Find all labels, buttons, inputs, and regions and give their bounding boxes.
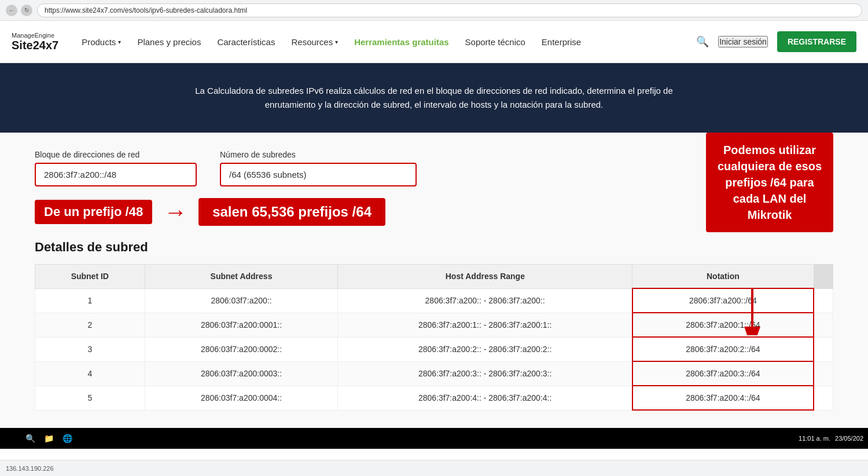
taskbar: ⊞ 🔍 📁 🌐 ✉ 11:01 a. m. 23/05/202 — [0, 428, 868, 449]
browser-chrome: ← ↻ — [0, 0, 868, 21]
cell-scroll — [814, 313, 833, 337]
chevron-down-icon-resources: ▾ — [335, 39, 338, 45]
logo-top: ManageEngine — [12, 32, 58, 39]
nav-soporte[interactable]: Soporte técnico — [465, 37, 525, 47]
cell-subnet-id: 4 — [35, 361, 145, 386]
nav-enterprise[interactable]: Enterprise — [542, 37, 581, 47]
logo-bottom: Site24x7 — [12, 39, 58, 52]
nav-items: Products ▾ Planes y precios Característi… — [82, 37, 696, 47]
network-block-input[interactable] — [35, 163, 197, 186]
cell-scroll — [814, 337, 833, 361]
subnet-table: Subnet ID Subnet Address Host Address Ra… — [35, 264, 833, 411]
taskbar-files-icon[interactable]: 📁 — [42, 431, 56, 445]
cell-subnet-address: 2806:03f7:a200:: — [145, 288, 338, 313]
cell-notation: 2806:3f7:a200:3::/64 — [632, 361, 814, 386]
cell-notation: 2806:3f7:a200:4::/64 — [632, 386, 814, 410]
nav-products[interactable]: Products ▾ — [82, 37, 121, 47]
col-subnet-address: Subnet Address — [145, 265, 338, 289]
search-icon[interactable]: 🔍 — [696, 35, 709, 48]
table-row: 52806:03f7:a200:0004::2806:3f7:a200:4:: … — [35, 386, 833, 410]
cell-scroll — [814, 386, 833, 410]
cell-subnet-address: 2806:03f7:a200:0002:: — [145, 337, 338, 361]
logo[interactable]: ManageEngine Site24x7 — [12, 32, 58, 52]
table-row: 42806:03f7:a200:0003::2806:3f7:a200:3:: … — [35, 361, 833, 386]
cell-subnet-id: 5 — [35, 386, 145, 410]
navigation-bar: ManageEngine Site24x7 Products ▾ Planes … — [0, 21, 868, 63]
cell-subnet-address: 2806:03f7:a200:0001:: — [145, 313, 338, 337]
chevron-down-icon: ▾ — [118, 39, 121, 45]
subnet-count-label: Número de subredes — [220, 150, 417, 159]
cell-host-range: 2806:3f7:a200:: - 2806:3f7:a200:: — [338, 288, 632, 313]
cell-notation: 2806:3f7:a200::/64 — [632, 288, 814, 313]
taskbar-windows-icon[interactable]: ⊞ — [5, 431, 19, 445]
table-row: 22806:03f7:a200:0001::2806:3f7:a200:1:: … — [35, 313, 833, 337]
cell-subnet-id: 1 — [35, 288, 145, 313]
network-block-group: Bloque de direcciones de red — [35, 150, 197, 186]
content-area: Podemos utilizar cualquiera de esos pref… — [35, 150, 833, 411]
taskbar-mail-icon[interactable]: ✉ — [79, 431, 93, 445]
login-button[interactable]: Iniciar sesión — [718, 36, 768, 48]
cell-host-range: 2806:3f7:a200:4:: - 2806:3f7:a200:4:: — [338, 386, 632, 410]
taskbar-search-icon[interactable]: 🔍 — [23, 431, 37, 445]
register-button[interactable]: REGISTRARSE — [777, 31, 856, 52]
nav-resources[interactable]: Resources ▾ — [291, 37, 338, 47]
nav-herramientas[interactable]: Herramientas gratuitas — [354, 37, 448, 47]
cell-host-range: 2806:3f7:a200:2:: - 2806:3f7:a200:2:: — [338, 337, 632, 361]
cell-subnet-address: 2806:03f7:a200:0004:: — [145, 386, 338, 410]
down-arrow-icon — [729, 289, 775, 335]
cell-subnet-id: 3 — [35, 337, 145, 361]
cell-host-range: 2806:3f7:a200:1:: - 2806:3f7:a200:1:: — [338, 313, 632, 337]
arrow-right-icon: → — [164, 200, 187, 224]
nav-planes[interactable]: Planes y precios — [137, 37, 201, 47]
cell-host-range: 2806:3f7:a200:3:: - 2806:3f7:a200:3:: — [338, 361, 632, 386]
cell-subnet-address: 2806:03f7:a200:0003:: — [145, 361, 338, 386]
result-label: salen 65,536 prefijos /64 — [198, 198, 385, 226]
table-row: 12806:03f7:a200::2806:3f7:a200:: - 2806:… — [35, 288, 833, 313]
back-button[interactable]: ← — [6, 5, 17, 16]
hero-banner: La Calculadora de subredes IPv6 realiza … — [0, 63, 868, 133]
prefix-label: De un prefijo /48 — [35, 200, 152, 224]
section-title: Detalles de subred — [35, 240, 833, 255]
cell-notation: 2806:3f7:a200:2::/64 — [632, 337, 814, 361]
tooltip-box: Podemos utilizar cualquiera de esos pref… — [706, 133, 833, 232]
cell-notation: 2806:3f7:a200:1::/64 — [632, 313, 814, 337]
refresh-button[interactable]: ↻ — [21, 5, 32, 16]
taskbar-browser-icon[interactable]: 🌐 — [60, 431, 74, 445]
cell-scroll — [814, 288, 833, 313]
nav-caracteristicas[interactable]: Características — [217, 37, 275, 47]
col-notation: Notation — [632, 265, 814, 289]
col-scrollbar[interactable] — [814, 265, 833, 289]
main-content: Podemos utilizar cualquiera de esos pref… — [0, 133, 868, 428]
subnet-count-group: Número de subredes — [220, 150, 417, 186]
down-arrow-container — [729, 289, 775, 337]
col-subnet-id: Subnet ID — [35, 265, 145, 289]
address-bar[interactable] — [37, 3, 862, 17]
browser-controls: ← ↻ — [6, 5, 32, 16]
network-block-label: Bloque de direcciones de red — [35, 150, 197, 159]
hero-description: La Calculadora de subredes IPv6 realiza … — [174, 84, 694, 112]
cell-subnet-id: 2 — [35, 313, 145, 337]
col-host-range: Host Address Range — [338, 265, 632, 289]
table-header-row: Subnet ID Subnet Address Host Address Ra… — [35, 265, 833, 289]
taskbar-time: 11:01 a. m. — [799, 435, 830, 442]
cell-scroll — [814, 361, 833, 386]
table-row: 32806:03f7:a200:0002::2806:3f7:a200:2:: … — [35, 337, 833, 361]
subnet-count-input[interactable] — [220, 163, 417, 186]
nav-right: 🔍 Iniciar sesión REGISTRARSE — [696, 31, 856, 52]
taskbar-date: 23/05/202 — [835, 435, 863, 442]
